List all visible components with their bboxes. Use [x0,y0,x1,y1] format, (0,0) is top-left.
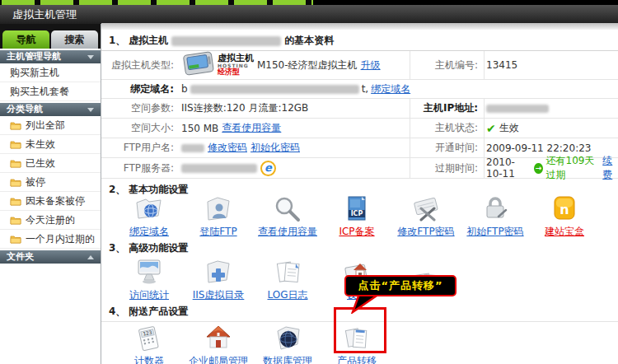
feature-bind-domain[interactable]: 绑定域名 [115,195,184,237]
view-usage-link[interactable]: 查看使用容量 [222,121,281,135]
redacted-ftp-server [181,164,257,173]
folder-icon [10,120,21,130]
sidebar-item-buy-new-host[interactable]: 购买新主机 [0,63,101,82]
feature-label[interactable]: 计数器 [115,355,184,364]
domain-label: 绑定域名: [101,80,180,98]
feature-icp-record[interactable]: ICPICP备案 [322,195,391,237]
feature-label[interactable]: 绑定域名 [115,226,184,237]
item-label: 被停 [26,173,45,191]
folder-plus-icon [202,259,235,287]
reset-password-link[interactable]: 初始化密码 [250,141,300,155]
feature-label[interactable]: 修改FTP密码 [391,226,461,237]
folder-icon [10,177,21,187]
feature-label[interactable]: 企业邮局管理 [184,355,253,364]
feature-label[interactable]: 访问统计 [115,289,184,301]
lock-icon [479,195,512,223]
feature-label[interactable]: IIS虚拟目录 [184,289,253,301]
feature-enterprise-mail[interactable]: 企业邮局管理 [184,324,253,364]
tools-icon [410,195,442,223]
basic-features-grid: 绑定域名 登陆FTP 查看使用容量 ICPICP备案 修改FTP密码 初始FTP… [101,199,618,237]
item-label: 因未备案被停 [26,192,85,210]
space-size-label: 空间大小: [101,119,180,138]
section-label: 附送产品设置 [129,305,188,319]
sidebar-item-expiring-month[interactable]: 一个月内过期的 [0,230,101,249]
change-password-link[interactable]: 修改密码 [208,141,247,155]
section-label: 分类导航 [7,104,43,114]
feature-sitebox[interactable]: n建站宝盒 [530,195,599,237]
row-ftp-user: FTP用户名: 修改密码 初始化密码 开通时间: 2009-09-11 22:2… [101,138,618,158]
sidebar-item-active[interactable]: 已生效 [0,154,101,173]
feature-counter[interactable]: 123计数器 [115,324,184,364]
tab-navigation[interactable]: 导航 [2,30,49,49]
host-id-value: 13415 [485,51,618,79]
expire-date: 2010-10-11 [486,156,531,180]
space-params-value: IIS连接数:120 月流量:12GB [180,99,410,118]
renew-link[interactable]: 续费 [602,154,618,182]
ftp-server-label: FTP服务器: [101,158,180,178]
mail-house-icon [202,324,235,352]
feature-visit-stats[interactable]: 访问统计 [115,259,184,301]
upgrade-link[interactable]: 升级 [361,58,381,72]
sidebar-item-registered-today[interactable]: 今天注册的 [0,211,101,230]
feature-label[interactable]: 查看使用容量 [253,226,322,237]
tab-search[interactable]: 搜索 [51,30,98,49]
space-size-value: 150 MB [181,123,218,134]
bind-domain-link[interactable]: 绑定域名 [371,82,410,96]
feature-label[interactable]: ICP备案 [322,226,391,237]
feature-ftp-login[interactable]: 登陆FTP [184,195,253,237]
page-title: 虚拟主机管理 [0,5,618,24]
folder-icon [10,196,21,206]
feature-label[interactable]: 登陆FTP [184,226,253,237]
section-number: 1、 [109,34,125,48]
feature-iis-virtual-dir[interactable]: IIS虚拟目录 [184,259,253,301]
stats-monitor-icon [133,259,166,287]
host-type-value: M150-经济型虚拟主机 [257,58,358,72]
item-label: 列出全部 [26,116,65,134]
feature-label[interactable]: 产品转移 [322,355,391,364]
ie-browser-icon[interactable]: e [260,161,276,176]
sidebar-item-list-all[interactable]: 列出全部 [0,116,101,135]
host-status-label: 主机状态: [410,119,485,138]
row-ftp-server: FTP服务器: e 过期时间: 2010-10-11 → 还有109天过期 续费 [101,158,618,179]
sidebar-item-stopped[interactable]: 被停 [0,173,101,192]
open-time-label: 开通时间: [410,138,485,157]
folder-icon [10,158,21,168]
row-space-params: 空间参数: IIS连接数:120 月流量:12GB 主机IP地址: [101,99,618,119]
days-left-text: 还有109天过期 [546,154,600,182]
panel-top-bar [101,23,618,30]
section-label: 主机管理导航 [7,51,61,62]
icp-document-icon: ICP [340,195,373,223]
database-globe-icon [271,324,304,352]
sidebar-item-stopped-no-icp[interactable]: 因未备案被停 [0,192,101,211]
item-label: 购买新主机 [10,63,59,82]
feature-database[interactable]: 数据库管理 [253,324,322,364]
sidebar-item-inactive[interactable]: 未生效 [0,135,101,154]
sidebar-item-buy-host-plan[interactable]: 购买主机套餐 [0,82,101,101]
days-left-icon: → [534,163,542,174]
feature-change-ftp-password[interactable]: 修改FTP密码 [391,195,461,237]
feature-label[interactable]: 初始FTP密码 [461,226,530,237]
folder-icon [10,215,21,225]
title-prefix: 虚拟主机 [129,34,168,48]
host-id-label: 主机编号: [410,51,485,79]
expire-label: 过期时间: [410,158,485,178]
sidebar-section-category-nav[interactable]: 分类导航 [0,103,101,116]
title-suffix: 的基本资料 [284,34,334,48]
section-number: 3、 [109,241,125,255]
sidebar-section-host-management[interactable]: 主机管理导航 [0,50,101,63]
feature-init-ftp-password[interactable]: 初始FTP密码 [461,195,530,237]
redacted-domain [190,85,359,94]
feature-label[interactable]: LOG日志 [253,289,322,301]
host-type-badge: 虚拟主机 HOSTING 经济型 [181,51,254,80]
feature-label[interactable]: 建站宝盒 [530,226,599,237]
feature-view-usage[interactable]: 查看使用容量 [253,195,322,237]
section1-title: 1、 虚拟主机 的基本资料 [101,30,618,51]
svg-text:ICP: ICP [351,210,363,217]
feature-log[interactable]: LOG日志 [253,259,322,301]
feature-label[interactable]: 数据库管理 [253,355,322,364]
row-space-size: 空间大小: 150 MB 查看使用容量 主机状态: ✔ 生效 [101,119,618,138]
sidebar-section-folders[interactable]: 文件夹 [0,250,101,264]
svg-text:n: n [559,202,569,217]
sidebar-tabbar: 导航 搜索 [0,24,101,49]
check-icon: ✔ [486,122,496,135]
